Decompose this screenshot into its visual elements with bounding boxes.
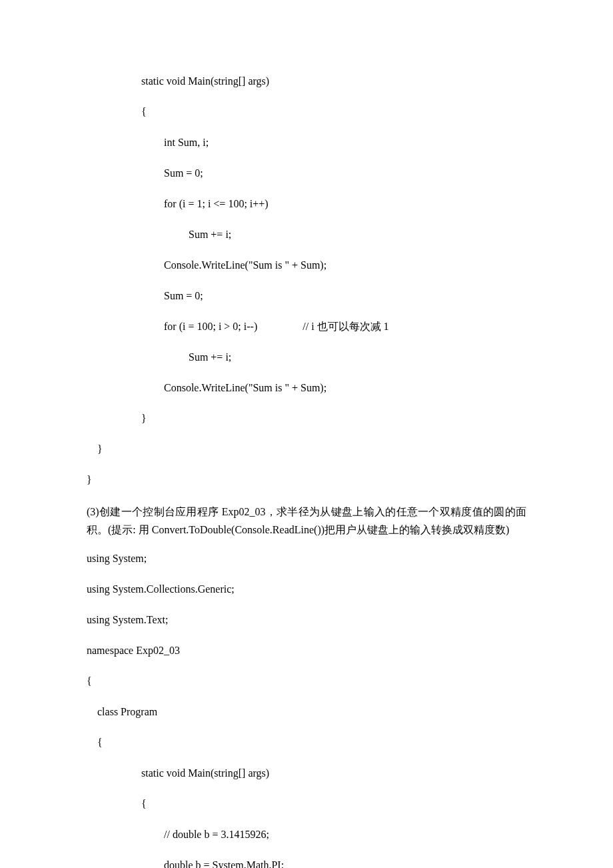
code-line: } xyxy=(87,411,526,427)
code-line: using System; xyxy=(87,551,526,567)
code-line: Sum = 0; xyxy=(87,165,526,181)
code-block-2: using System; using System.Collections.G… xyxy=(87,551,526,868)
code-line: for (i = 1; i <= 100; i++) xyxy=(87,196,526,212)
code-line: // double b = 3.1415926; xyxy=(87,827,526,843)
code-line: int Sum, i; xyxy=(87,135,526,151)
code-line: Console.WriteLine("Sum is " + Sum); xyxy=(87,257,526,273)
code-line: { xyxy=(87,735,526,751)
code-line: { xyxy=(87,796,526,812)
code-line: Console.WriteLine("Sum is " + Sum); xyxy=(87,380,526,396)
code-block-1: static void Main(string[] args) { int Su… xyxy=(87,73,526,488)
code-line: { xyxy=(87,673,526,689)
code-line: class Program xyxy=(87,704,526,720)
code-line: } xyxy=(87,441,526,457)
code-line: static void Main(string[] args) xyxy=(87,765,526,781)
code-line: Sum = 0; xyxy=(87,288,526,304)
code-line: namespace Exp02_03 xyxy=(87,643,526,659)
code-line: Sum += i; xyxy=(87,227,526,243)
code-line: using System.Text; xyxy=(87,612,526,628)
code-line: { xyxy=(87,104,526,120)
code-line: static void Main(string[] args) xyxy=(87,73,526,89)
exercise-description: (3)创建一个控制台应用程序 Exp02_03，求半径为从键盘上输入的任意一个双… xyxy=(87,503,526,539)
code-line: } xyxy=(87,472,526,488)
code-line: double b = System.Math.PI; xyxy=(87,857,526,868)
code-line: using System.Collections.Generic; xyxy=(87,581,526,597)
code-line: for (i = 100; i > 0; i--) // i 也可以每次减 1 xyxy=(87,319,526,335)
code-line: Sum += i; xyxy=(87,349,526,365)
